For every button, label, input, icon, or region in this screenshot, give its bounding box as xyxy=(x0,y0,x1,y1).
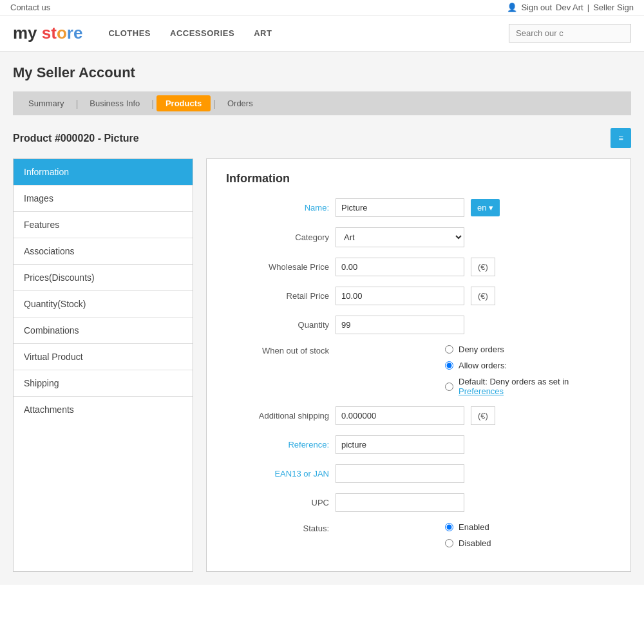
tab-business-info[interactable]: Business Info xyxy=(80,95,149,111)
sidebar-item-features[interactable]: Features xyxy=(14,212,193,238)
out-of-stock-options: Deny orders Allow orders: Default: Deny … xyxy=(445,345,611,396)
logo-re: re xyxy=(67,23,83,43)
category-select[interactable]: Art Clothes Accessories xyxy=(336,227,464,247)
main-content: My Seller Account Summary | Business Inf… xyxy=(0,52,644,585)
form-row-name: Name: en ▾ xyxy=(226,198,611,217)
nav-art[interactable]: ART xyxy=(254,28,272,38)
radio-disabled-input[interactable] xyxy=(445,539,453,547)
product-title: Product #000020 - Picture xyxy=(13,133,139,144)
form-row-category: Category Art Clothes Accessories xyxy=(226,227,611,247)
wholesale-input[interactable] xyxy=(336,258,464,276)
top-bar: Contact us 👤 Sign out Dev Art | Seller S… xyxy=(0,0,644,15)
seller-sign: Seller Sign xyxy=(593,3,634,12)
logo-my: my xyxy=(13,23,42,43)
retail-label: Retail Price xyxy=(226,291,329,301)
logo-st: st xyxy=(42,23,57,43)
page-title: My Seller Account xyxy=(13,64,631,81)
sidebar-item-associations[interactable]: Associations xyxy=(14,238,193,265)
product-layout: Information Images Features Associations… xyxy=(13,158,631,572)
form-row-quantity: Quantity xyxy=(226,316,611,334)
tab-products[interactable]: Products xyxy=(156,95,211,111)
radio-enabled-input[interactable] xyxy=(445,523,453,531)
action-button[interactable]: ≡ xyxy=(611,128,631,148)
form-area: Information Name: en ▾ Category Art Clot… xyxy=(206,158,631,572)
radio-deny-orders: Deny orders xyxy=(445,345,611,354)
logo-o: o xyxy=(57,23,67,43)
upc-label: UPC xyxy=(226,498,329,507)
product-header: Product #000020 - Picture ≡ xyxy=(13,128,631,148)
nav-clothes[interactable]: CLOTHES xyxy=(108,28,151,38)
quantity-label: Quantity xyxy=(226,320,329,330)
status-options: Enabled Disabled xyxy=(445,522,491,548)
tab-summary[interactable]: Summary xyxy=(19,95,73,111)
search-input[interactable] xyxy=(509,24,631,43)
radio-disabled: Disabled xyxy=(445,538,491,548)
user-icon: 👤 xyxy=(507,3,517,12)
ean-input[interactable] xyxy=(336,464,464,483)
add-shipping-label: Additional shipping xyxy=(226,411,329,421)
sidebar-item-images[interactable]: Images xyxy=(14,185,193,212)
name-input[interactable] xyxy=(336,198,464,217)
tab-orders[interactable]: Orders xyxy=(218,95,262,111)
radio-allow-orders: Allow orders: xyxy=(445,361,611,370)
logo[interactable]: my store xyxy=(13,23,82,43)
add-shipping-input[interactable] xyxy=(336,406,464,425)
sidebar-item-attachments[interactable]: Attachments xyxy=(14,397,193,422)
sign-out-link[interactable]: Sign out xyxy=(521,3,552,12)
default-deny-label: Default: Deny orders as set in Preferenc… xyxy=(459,377,611,396)
radio-default-deny: Default: Deny orders as set in Preferenc… xyxy=(445,377,611,396)
nav-accessories[interactable]: ACCESSORIES xyxy=(170,28,234,38)
retail-input[interactable] xyxy=(336,287,464,305)
tab-sep-2: | xyxy=(149,99,156,109)
name-label: Name: xyxy=(226,203,329,213)
out-of-stock-label: When out of stock xyxy=(226,345,329,355)
product-sidebar: Information Images Features Associations… xyxy=(13,158,193,572)
sidebar-item-shipping[interactable]: Shipping xyxy=(14,370,193,397)
reference-label: Reference: xyxy=(226,440,329,450)
sidebar-item-virtual-product[interactable]: Virtual Product xyxy=(14,344,193,370)
form-row-add-shipping: Additional shipping (€) xyxy=(226,406,611,425)
category-label: Category xyxy=(226,232,329,242)
header: my store CLOTHES ACCESSORIES ART xyxy=(0,15,644,52)
sidebar-item-information[interactable]: Information xyxy=(14,159,193,185)
tabs-bar: Summary | Business Info | Products | Ord… xyxy=(13,91,631,115)
radio-default-input[interactable] xyxy=(445,383,453,391)
sidebar-item-combinations[interactable]: Combinations xyxy=(14,317,193,344)
sidebar-item-quantity-stock[interactable]: Quantity(Stock) xyxy=(14,291,193,317)
preferences-link[interactable]: Preferences xyxy=(459,386,504,396)
retail-currency: (€) xyxy=(471,287,495,305)
reference-input[interactable] xyxy=(336,435,464,454)
contact-us-link[interactable]: Contact us xyxy=(10,3,50,12)
disabled-label: Disabled xyxy=(459,538,491,548)
radio-deny-input[interactable] xyxy=(445,345,453,354)
status-label: Status: xyxy=(226,522,329,533)
form-row-wholesale: Wholesale Price (€) xyxy=(226,258,611,276)
form-row-retail: Retail Price (€) xyxy=(226,287,611,305)
lang-button[interactable]: en ▾ xyxy=(471,199,500,216)
wholesale-currency: (€) xyxy=(471,258,495,276)
form-row-ean: EAN13 or JAN xyxy=(226,464,611,483)
form-row-status: Status: Enabled Disabled xyxy=(226,522,611,548)
sidebar-item-prices-discounts[interactable]: Prices(Discounts) xyxy=(14,265,193,291)
tab-sep-3: | xyxy=(211,99,218,109)
main-nav: CLOTHES ACCESSORIES ART xyxy=(108,28,272,38)
allow-orders-label: Allow orders: xyxy=(459,361,507,370)
wholesale-label: Wholesale Price xyxy=(226,262,329,272)
form-row-out-of-stock: When out of stock Deny orders Allow orde… xyxy=(226,345,611,396)
form-row-upc: UPC xyxy=(226,493,611,512)
quantity-input[interactable] xyxy=(336,316,464,334)
upc-input[interactable] xyxy=(336,493,464,512)
tab-sep-1: | xyxy=(73,99,81,109)
separator1: Dev Art xyxy=(556,3,583,12)
form-row-reference: Reference: xyxy=(226,435,611,454)
ean-label: EAN13 or JAN xyxy=(226,469,329,478)
pipe-divider: | xyxy=(587,3,589,12)
form-section-title: Information xyxy=(226,172,611,185)
radio-enabled: Enabled xyxy=(445,522,491,532)
deny-orders-label: Deny orders xyxy=(459,345,504,354)
top-bar-right: 👤 Sign out Dev Art | Seller Sign xyxy=(507,3,634,12)
radio-allow-input[interactable] xyxy=(445,361,453,370)
enabled-label: Enabled xyxy=(459,522,489,532)
add-shipping-currency: (€) xyxy=(471,406,495,425)
